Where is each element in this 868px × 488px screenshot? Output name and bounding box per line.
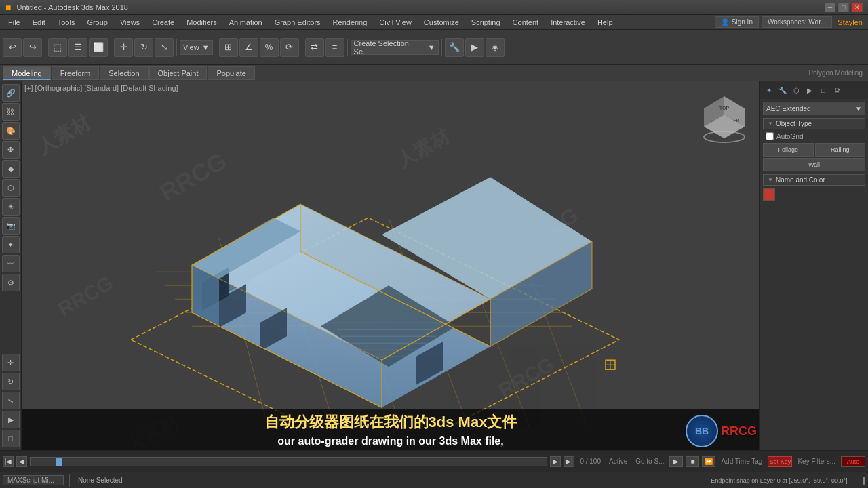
maxscript-mini[interactable]: MAXScript Mi... [3,475,64,485]
render-button[interactable]: ▶ [465,38,484,57]
viewport[interactable]: [+] [Orthographic] [Standard] [Default S… [22,81,760,450]
angle-snap-button[interactable]: ∠ [239,38,258,57]
railing-button[interactable]: Railing [815,143,866,157]
go-start-button[interactable]: |◀ [3,456,14,467]
svg-text:FR: FR [733,118,739,123]
object-type-section[interactable]: ▼ Object Type [763,118,865,129]
navigation-cube[interactable]: TOP FR L [697,89,751,144]
tab-freeform[interactable]: Freeform [52,66,100,80]
lt-helper-button[interactable]: ✤ [2,141,20,159]
menu-edit[interactable]: Edit [27,17,51,28]
rotate-button[interactable]: ↻ [134,38,153,57]
lt-anim-button[interactable]: ▶ [2,411,20,428]
menu-views[interactable]: Views [115,17,145,28]
name-and-color-section[interactable]: ▼ Name and Color [763,174,865,186]
workspaces-dropdown[interactable]: Workspaces: Wor... [762,16,832,28]
menu-create[interactable]: Create [146,17,180,28]
menu-interactive[interactable]: Interactive [545,17,591,28]
rp-tab-modify[interactable]: 🔧 [776,84,789,96]
aec-extended-dropdown[interactable]: AEC Extended ▼ [763,102,865,115]
select-by-name-button[interactable]: ☰ [68,38,87,57]
lt-paint-button[interactable]: 🎨 [2,122,20,140]
lt-link-button[interactable]: 🔗 [2,84,20,102]
menu-rendering[interactable]: Rendering [328,17,373,28]
restore-button[interactable]: □ [838,3,849,12]
rp-tab-motion[interactable]: ▶ [804,84,816,96]
tab-populate[interactable]: Populate [208,66,254,80]
color-swatch[interactable] [763,188,775,201]
key-filters-button[interactable]: Key Filters... [795,458,838,465]
align-button[interactable]: ≡ [326,38,344,57]
play-button[interactable]: ▶ [669,456,683,467]
lt-light-button[interactable]: ☀ [2,198,20,216]
tab-modeling[interactable]: Modeling [3,66,51,80]
percent-snap-button[interactable]: % [260,38,279,57]
name-color-chevron: ▼ [768,177,773,183]
lt-spacewarp-button[interactable]: 〰 [2,255,20,272]
lt-shape-button[interactable]: ⬡ [2,179,20,197]
lt-particles-button[interactable]: ✦ [2,236,20,253]
auto-key-button[interactable]: Auto [841,456,865,467]
time-slider[interactable] [30,457,547,466]
set-key-button[interactable]: Set Key [768,456,792,467]
undo-button[interactable]: ↩ [3,38,22,57]
rp-tab-utilities[interactable]: ⚙ [831,84,843,96]
lt-select-move-button[interactable]: ✛ [2,354,20,371]
lt-camera-button[interactable]: 📷 [2,217,20,235]
menu-modifiers[interactable]: Modifiers [181,17,222,28]
rp-tab-hierarchy[interactable]: ⬡ [790,84,802,96]
lt-rotate-button[interactable]: ↻ [2,373,20,390]
menu-animation[interactable]: Animation [224,17,268,28]
go-end-button[interactable]: ▶| [564,456,574,467]
stop-button[interactable]: ■ [686,456,699,467]
goto-key-button[interactable]: Go to S... [633,458,667,465]
lt-geometry-button[interactable]: ◆ [2,160,20,178]
wall-button[interactable]: Wall [763,158,865,171]
view-dropdown[interactable]: View ▼ [180,40,213,55]
lt-bind-button[interactable]: ⛓ [2,103,20,121]
redo-button[interactable]: ↪ [23,38,42,57]
menu-civil-view[interactable]: Civil View [374,17,416,28]
foliage-button[interactable]: Foliage [763,143,814,157]
snap-toggle-button[interactable]: ⊞ [219,38,238,57]
lt-scale-button[interactable]: ⤡ [2,392,20,409]
autogrid-checkbox[interactable] [766,132,774,140]
move-button[interactable]: ✛ [114,38,133,57]
time-handle[interactable] [56,458,62,466]
prev-frame-button[interactable]: ◀ [16,456,27,467]
menu-content[interactable]: Content [507,17,545,28]
menu-tools[interactable]: Tools [52,17,81,28]
lt-system-button[interactable]: ⚙ [2,274,20,291]
mirror-button[interactable]: ⇄ [305,38,324,57]
render-setup-button[interactable]: 🔧 [445,38,464,57]
menu-file[interactable]: File [3,17,26,28]
add-time-tag-button[interactable]: Add Time Tag [718,458,765,465]
menu-group[interactable]: Group [81,17,113,28]
title-bar: ■ Untitled - Autodesk 3ds Max 2018 ─ □ ✕ [0,0,868,15]
menu-scripting[interactable]: Scripting [466,17,506,28]
time-slider-area: |◀ ◀ ▶ ▶| 0 / 100 Active Go to S... ▶ ■ … [0,450,868,472]
menu-customize[interactable]: Customize [418,17,465,28]
minimize-button[interactable]: ─ [825,3,835,12]
rp-tab-display[interactable]: □ [817,84,829,96]
menu-help[interactable]: Help [592,17,618,28]
toolbar-separator-1 [45,39,45,56]
snap-status: Endpoint snap on Layer:0 at [259.0°, -59… [708,477,850,484]
spinner-snap-button[interactable]: ⟳ [280,38,299,57]
tab-object-paint[interactable]: Object Paint [149,66,208,80]
material-editor-button[interactable]: ◈ [486,38,505,57]
sign-in-button[interactable]: 👤Sign In [715,16,759,28]
window-controls[interactable]: ─ □ ✕ [825,3,863,12]
menu-graph-editors[interactable]: Graph Editors [269,17,326,28]
select-object-button[interactable]: ⬚ [48,38,67,57]
close-button[interactable]: ✕ [852,3,863,12]
scale-button[interactable]: ⤡ [155,38,174,57]
tab-selection[interactable]: Selection [100,66,148,80]
rect-select-button[interactable]: ⬜ [89,38,108,57]
play-all-button[interactable]: ⏩ [702,456,715,467]
lt-material-button[interactable]: □ [2,430,20,447]
sub-toolbar: Modeling Freeform Selection Object Paint… [0,65,868,81]
next-frame-button[interactable]: ▶ [550,456,561,467]
create-selection-dropdown[interactable]: Create Selection Se... ▼ [351,40,439,55]
rp-tab-create[interactable]: ✦ [763,84,775,96]
